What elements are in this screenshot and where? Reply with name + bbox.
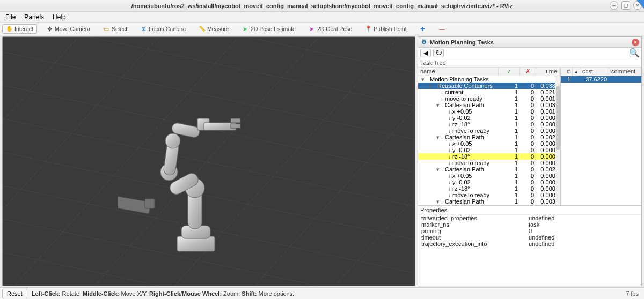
property-row[interactable]: timeoutundefined bbox=[418, 234, 641, 241]
scroll-thumb[interactable] bbox=[556, 86, 560, 150]
task-ok: 1 bbox=[499, 121, 520, 128]
task-row[interactable]: ▾↓ Cartesian Path100.0037 bbox=[418, 102, 560, 108]
arrow-magenta-icon: ➤ bbox=[309, 26, 315, 32]
task-row[interactable]: ↓ x +0.05100.0008 bbox=[418, 140, 560, 147]
task-row[interactable]: ↓ x +0.05100.0009 bbox=[418, 173, 560, 179]
tool-measure-label: Measure bbox=[207, 26, 229, 32]
task-row[interactable]: ↓ rz -18°100.0007 bbox=[418, 153, 560, 160]
arrow-down-icon: ↓ bbox=[448, 160, 452, 166]
tool-add[interactable]: ✚ bbox=[416, 24, 430, 34]
solutions-table[interactable]: # ▴ cost comment 137.6220 bbox=[561, 68, 641, 205]
task-fail: 0 bbox=[520, 115, 536, 121]
minimize-button[interactable]: – bbox=[610, 1, 618, 10]
col-fail[interactable]: ✗ bbox=[520, 68, 536, 76]
property-row[interactable]: pruning0 bbox=[418, 228, 641, 234]
task-row[interactable]: ↓ current100.0211 bbox=[418, 89, 560, 95]
expander-icon[interactable]: ▾ bbox=[435, 102, 441, 109]
tool-publish-point[interactable]: 📍 Publish Point bbox=[361, 24, 410, 34]
ruler-icon: 📏 bbox=[199, 26, 205, 32]
task-ok: 1 bbox=[499, 134, 520, 140]
task-row[interactable]: ↓ x +0.05100.0017 bbox=[418, 108, 560, 115]
task-row[interactable]: ↓ moveTo ready100.0004 bbox=[418, 192, 560, 198]
task-row[interactable]: ▾ Motion Planning Tasks bbox=[418, 76, 560, 83]
tool-measure[interactable]: 📏 Measure bbox=[195, 24, 233, 34]
task-ok: 1 bbox=[499, 89, 520, 95]
3d-viewport[interactable] bbox=[2, 36, 415, 286]
col-time[interactable]: time bbox=[536, 68, 560, 76]
magnify-icon: 🔍 bbox=[629, 48, 640, 58]
task-row[interactable]: ↓ y -0.02100.0007 bbox=[418, 179, 560, 185]
arrow-down-icon: ↓ bbox=[448, 128, 452, 134]
tool-focus-camera-label: Focus Camera bbox=[149, 26, 186, 32]
task-row[interactable]: ↓ move to ready100.0012 bbox=[418, 95, 560, 102]
task-tree-body[interactable]: ▾ Motion Planning Tasks▾ Reusable Contai… bbox=[418, 76, 560, 205]
expander-icon[interactable]: ▾ bbox=[435, 134, 441, 141]
task-row[interactable]: ▾↓ Cartesian Path100.0032 bbox=[418, 198, 560, 205]
focus-icon: ⊕ bbox=[140, 26, 147, 32]
task-row[interactable]: ↓ rz -18°100.0008 bbox=[418, 121, 560, 128]
panel-close-button[interactable]: × bbox=[632, 39, 639, 46]
col-comment[interactable]: comment bbox=[609, 68, 641, 76]
task-row[interactable]: ↓ rz -18°100.0007 bbox=[418, 185, 560, 192]
tool-2d-pose-estimate[interactable]: ➤ 2D Pose Estimate bbox=[238, 24, 299, 34]
arrow-down-icon: ↓ bbox=[441, 96, 445, 102]
property-row[interactable]: forwarded_propertiesundefined bbox=[418, 215, 641, 221]
task-row[interactable]: ▾↓ Cartesian Path100.0027 bbox=[418, 134, 560, 140]
menu-file[interactable]: File bbox=[2, 12, 19, 22]
task-name: x +0.05 bbox=[452, 108, 472, 115]
menu-panels[interactable]: Panels bbox=[21, 12, 47, 22]
task-row[interactable]: ↓ y -0.02100.0008 bbox=[418, 147, 560, 153]
task-row[interactable]: ↓ moveTo ready100.0005 bbox=[418, 160, 560, 166]
task-tree-table[interactable]: name ✓ ✗ time ▾ Motion Planning Tasks▾ R… bbox=[418, 68, 561, 205]
menu-help[interactable]: Help bbox=[49, 12, 69, 22]
arrow-down-icon: ↓ bbox=[448, 180, 452, 185]
task-fail: 0 bbox=[520, 198, 536, 205]
arrow-down-icon: ↓ bbox=[448, 154, 452, 160]
tool-focus-camera[interactable]: ⊕ Focus Camera bbox=[136, 24, 189, 34]
task-fail: 0 bbox=[520, 147, 536, 153]
task-name: current bbox=[445, 89, 463, 95]
task-ok: 1 bbox=[499, 160, 520, 166]
task-name: moveTo ready bbox=[452, 128, 489, 134]
task-fail: 0 bbox=[520, 108, 536, 115]
tool-select[interactable]: ▭ Select bbox=[99, 24, 131, 34]
expander-icon[interactable]: ▾ bbox=[435, 166, 441, 173]
task-name: Cartesian Path bbox=[445, 134, 484, 140]
action-prev-button[interactable]: ◂ bbox=[420, 49, 431, 57]
maximize-button[interactable]: ▢ bbox=[621, 1, 630, 10]
reset-button[interactable]: Reset bbox=[2, 289, 27, 298]
col-name[interactable]: name bbox=[418, 68, 499, 76]
property-row[interactable]: trajectory_execution_infoundefined bbox=[418, 241, 641, 247]
tree-scrollbar[interactable] bbox=[555, 76, 560, 205]
col-sort-icon[interactable]: ▴ bbox=[573, 68, 580, 76]
solutions-body[interactable]: 137.6220 bbox=[561, 76, 641, 205]
task-fail: 0 bbox=[520, 134, 536, 140]
zoom-button[interactable]: 🔍 bbox=[630, 49, 639, 57]
task-row[interactable]: ↓ x +0.05100.0008 bbox=[418, 205, 560, 205]
tool-remove[interactable]: — bbox=[435, 24, 449, 34]
panel-header: ⚙ Motion Planning Tasks × bbox=[418, 37, 641, 48]
expander-icon[interactable]: ▾ bbox=[435, 198, 441, 205]
task-ok: 1 bbox=[499, 83, 520, 89]
action-sync-button[interactable]: ↻ bbox=[433, 49, 444, 57]
task-row[interactable]: ↓ moveTo ready100.0004 bbox=[418, 128, 560, 134]
tool-move-camera[interactable]: ✥ Move Camera bbox=[42, 24, 94, 34]
arrow-down-icon: ↓ bbox=[441, 134, 445, 140]
tool-2d-goal-pose[interactable]: ➤ 2D Goal Pose bbox=[305, 24, 356, 34]
solution-row[interactable]: 137.6220 bbox=[561, 76, 641, 83]
col-cost[interactable]: cost bbox=[580, 68, 609, 76]
properties-label: Properties bbox=[418, 206, 641, 215]
properties-body[interactable]: forwarded_propertiesundefinedmarker_nsta… bbox=[418, 215, 641, 286]
expander-icon[interactable]: ▾ bbox=[428, 83, 433, 89]
task-row[interactable]: ▾↓ Cartesian Path100.0028 bbox=[418, 166, 560, 173]
task-name: rz -18° bbox=[452, 121, 470, 128]
col-num[interactable]: # bbox=[561, 68, 573, 76]
tool-interact[interactable]: ✋ Interact bbox=[2, 24, 37, 34]
col-ok[interactable]: ✓ bbox=[499, 68, 520, 76]
arrow-down-icon: ↓ bbox=[441, 167, 445, 173]
task-row[interactable]: ↓ y -0.02100.0007 bbox=[418, 115, 560, 121]
task-row[interactable]: ▾ Reusable Containers100.0383 bbox=[418, 83, 560, 89]
prop-key: pruning bbox=[421, 228, 529, 234]
property-row[interactable]: marker_nstask bbox=[418, 221, 641, 228]
title-bar: /home/ubuntu/ros2_ws/install/mycobot_mov… bbox=[0, 0, 644, 12]
